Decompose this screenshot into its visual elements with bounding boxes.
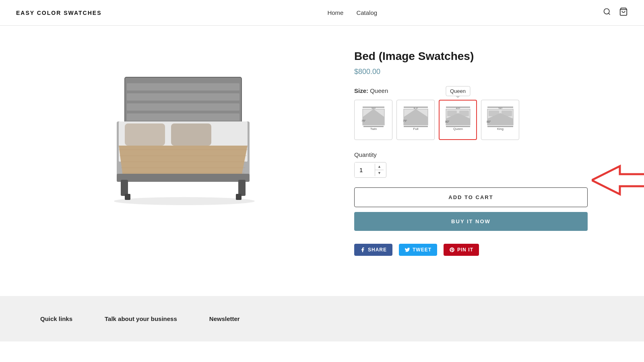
twitter-share-label: TWEET <box>413 247 431 253</box>
svg-rect-5 <box>127 93 239 101</box>
product-price: $800.00 <box>354 68 588 76</box>
svg-rect-6 <box>127 103 239 111</box>
svg-rect-21 <box>238 180 246 196</box>
swatch-queen-image: 60" 80" Queen <box>444 106 472 134</box>
svg-text:80": 80" <box>445 120 450 123</box>
site-logo: EASY COLOR SWATCHES <box>16 10 102 16</box>
bed-illustration <box>93 53 286 206</box>
footer-quick-links: Quick links <box>40 315 72 322</box>
quantity-stepper: ▲ ▼ <box>375 164 384 176</box>
search-icon <box>603 8 611 16</box>
swatch-twin[interactable]: 39" 75" Twin <box>354 100 392 140</box>
svg-text:80": 80" <box>487 120 491 123</box>
nav-catalog[interactable]: Catalog <box>356 9 377 16</box>
buy-it-now-button[interactable]: BUY IT NOW <box>354 212 588 231</box>
product-details: Bed (Image Swatches) $800.00 Size: Queen… <box>354 50 588 256</box>
swatch-king-image: 76" 80" King <box>486 106 514 134</box>
swatch-full-image: 54" 75" Full <box>402 106 430 134</box>
quantity-increment-button[interactable]: ▲ <box>375 164 384 170</box>
facebook-share-label: SHARE <box>368 247 387 253</box>
svg-marker-13 <box>119 146 248 176</box>
svg-rect-20 <box>121 180 128 196</box>
svg-text:Queen: Queen <box>453 127 462 131</box>
size-label: Size: Queen <box>354 87 588 94</box>
svg-rect-7 <box>127 113 239 121</box>
swatch-full[interactable]: 54" 75" Full <box>396 100 435 140</box>
header-icons <box>603 7 628 18</box>
arrow-icon <box>592 164 644 196</box>
swatch-king[interactable]: 76" 80" King <box>481 100 519 140</box>
footer-quick-links-title: Quick links <box>40 315 72 322</box>
svg-rect-11 <box>125 123 165 146</box>
svg-rect-19 <box>117 174 250 182</box>
nav-home[interactable]: Home <box>327 9 343 16</box>
pinterest-icon <box>449 247 455 253</box>
svg-rect-12 <box>171 123 211 146</box>
footer-newsletter: Newsletter <box>209 315 240 322</box>
quantity-decrement-button[interactable]: ▼ <box>375 170 384 176</box>
cart-button[interactable] <box>619 7 628 18</box>
pinterest-share-button[interactable]: PIN IT <box>444 244 479 256</box>
header: EASY COLOR SWATCHES Home Catalog <box>0 0 644 26</box>
twitter-icon <box>405 247 410 253</box>
footer-content: Quick links Talk about your business New… <box>40 315 604 322</box>
footer-newsletter-title: Newsletter <box>209 315 240 322</box>
footer-business-title: Talk about your business <box>105 315 177 322</box>
footer: Quick links Talk about your business New… <box>0 296 644 341</box>
facebook-share-button[interactable]: SHARE <box>354 244 392 256</box>
social-share: SHARE TWEET PIN IT <box>354 244 588 256</box>
svg-text:King: King <box>497 127 503 131</box>
svg-rect-4 <box>127 83 239 90</box>
svg-point-0 <box>604 9 609 14</box>
product-image-container <box>56 50 322 211</box>
svg-text:75": 75" <box>403 119 407 122</box>
main-nav: Home Catalog <box>327 9 377 16</box>
swatch-twin-image: 39" 75" Twin <box>359 106 388 134</box>
pinterest-share-label: PIN IT <box>457 247 473 253</box>
svg-point-24 <box>114 197 255 205</box>
facebook-icon <box>360 247 365 253</box>
main-content: Bed (Image Swatches) $800.00 Size: Queen… <box>40 26 604 280</box>
selected-size-value: Queen <box>370 87 388 94</box>
search-button[interactable] <box>603 8 611 18</box>
quantity-input-wrapper: 1 ▲ ▼ <box>354 162 386 178</box>
svg-line-1 <box>609 13 610 15</box>
size-label-text: Size: <box>354 87 370 94</box>
svg-marker-57 <box>592 166 644 194</box>
cart-icon <box>619 7 628 16</box>
swatch-queen[interactable]: Queen 60" 80" Queen <box>439 100 477 140</box>
product-image <box>93 53 286 208</box>
quantity-input[interactable]: 1 <box>355 162 375 177</box>
twitter-share-button[interactable]: TWEET <box>399 244 437 256</box>
size-swatches: 39" 75" Twin 54" 75" Full <box>354 100 588 140</box>
svg-text:Twin: Twin <box>370 127 376 131</box>
footer-business: Talk about your business <box>105 315 177 322</box>
svg-text:Full: Full <box>413 127 418 131</box>
product-title: Bed (Image Swatches) <box>354 50 588 63</box>
add-to-cart-button[interactable]: ADD TO CART <box>354 187 588 207</box>
quantity-label: Quantity <box>354 151 588 158</box>
svg-text:75": 75" <box>361 119 366 122</box>
arrow-annotation <box>592 164 644 198</box>
